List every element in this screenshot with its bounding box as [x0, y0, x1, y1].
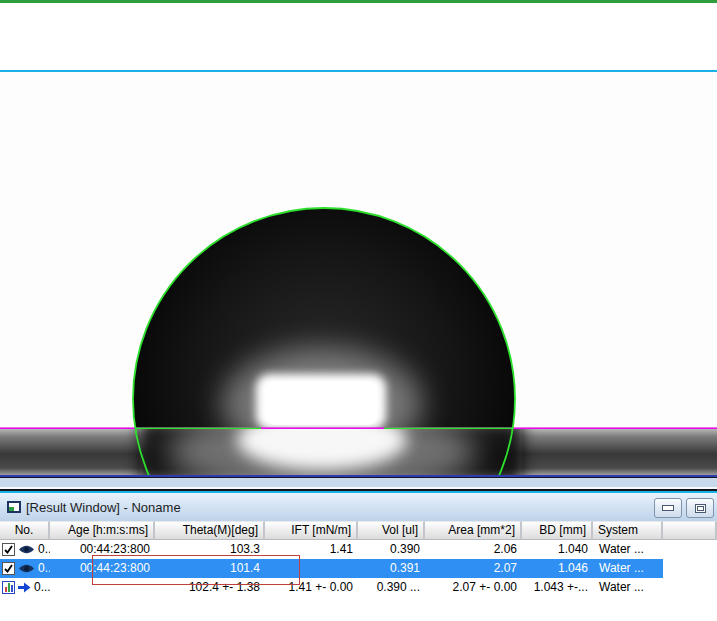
cell-system: Water ... [593, 540, 663, 559]
result-window-title: [Result Window] - Noname [26, 500, 181, 515]
cell-age [50, 578, 155, 597]
column-header-vol[interactable]: Vol [ul] [358, 521, 425, 540]
cell-system: Water ... [593, 559, 663, 578]
cell-area: 2.06 [425, 540, 522, 559]
cell-age: 00:44:23:800 [50, 559, 155, 578]
cell-no: 0... [34, 578, 50, 597]
cell-empty [663, 578, 717, 597]
row-checkbox[interactable] [2, 562, 15, 575]
camera-view [0, 72, 717, 475]
cell-bd: 1.046 [522, 559, 593, 578]
table-row-selected[interactable]: 0... 00:44:23:800 101.4 0.391 2.07 1.046… [0, 559, 717, 578]
minimize-icon [662, 505, 674, 511]
cell-vol: 0.390 [358, 540, 425, 559]
table-row[interactable]: 0... 00:44:23:800 103.3 1.41 0.390 2.06 … [0, 540, 717, 559]
cell-bd: 1.040 [522, 540, 593, 559]
minimize-button[interactable] [654, 498, 682, 518]
cell-area: 2.07 [425, 559, 522, 578]
cell-empty [663, 540, 717, 559]
cell-bd: 1.043 +-... [522, 578, 593, 597]
cell-age: 00:44:23:800 [50, 540, 155, 559]
bar-chart-icon [2, 581, 15, 594]
table-row-statistics[interactable]: 0... 102.4 +- 1.38 1.41 +- 0.00 0.390 ..… [0, 578, 717, 597]
checkmark-icon [3, 563, 14, 574]
cell-no: 0... [38, 559, 50, 578]
cell-vol: 0.391 [358, 559, 425, 578]
cell-system: Water ... [593, 578, 663, 597]
checkmark-icon [3, 544, 14, 555]
cell-theta: 101.4 [155, 559, 265, 578]
cell-empty [663, 559, 717, 578]
restore-icon [695, 504, 706, 513]
restore-button[interactable] [686, 498, 714, 518]
cell-theta: 103.3 [155, 540, 265, 559]
drop-image [0, 72, 717, 475]
column-header-empty [663, 521, 717, 540]
column-header-theta[interactable]: Theta(M)[deg] [155, 521, 265, 540]
window-gap [0, 478, 717, 487]
column-header-age[interactable]: Age [h:m:s:ms] [50, 521, 155, 540]
cell-ift: 1.41 [265, 540, 358, 559]
bottom-blank-area [0, 597, 717, 621]
column-header-no[interactable]: No. [0, 521, 50, 540]
eye-icon [18, 544, 35, 555]
column-header-ift[interactable]: IFT [mN/m] [265, 521, 358, 540]
cell-vol: 0.390 ... [358, 578, 425, 597]
cell-ift [265, 559, 358, 578]
result-window-titlebar: [Result Window] - Noname [0, 493, 717, 521]
results-table-header: No. Age [h:m:s:ms] Theta(M)[deg] IFT [mN… [0, 521, 717, 540]
column-header-bd[interactable]: BD [mm] [522, 521, 593, 540]
arrow-right-icon [18, 582, 31, 593]
top-blank-area [0, 3, 717, 70]
baseline-line [0, 427, 717, 429]
row-checkbox[interactable] [2, 543, 15, 556]
app-window: [Result Window] - Noname No. Age [h:m:s:… [0, 0, 717, 621]
result-window-icon [7, 501, 21, 513]
cell-theta: 102.4 +- 1.38 [155, 578, 265, 597]
cell-area: 2.07 +- 0.00 [425, 578, 522, 597]
eye-icon [18, 563, 35, 574]
cell-no: 0... [38, 540, 50, 559]
cell-ift: 1.41 +- 0.00 [265, 578, 358, 597]
column-header-area[interactable]: Area [mm*2] [425, 521, 522, 540]
column-header-system[interactable]: System [593, 521, 663, 540]
